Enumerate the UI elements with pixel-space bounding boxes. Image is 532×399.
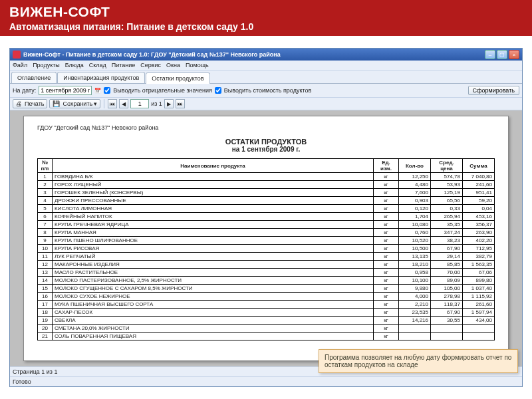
table-row: 15МОЛОКО СГУЩЕННОЕ С САХАРОМ 8,5% ЖИРНОС… bbox=[38, 285, 495, 293]
org-name: ГДОУ "Детский сад №137" Невского района bbox=[37, 124, 495, 131]
table-cell: 0,903 bbox=[399, 197, 431, 205]
tab[interactable]: Инвентаризация продуктов bbox=[57, 72, 145, 83]
table-cell: 10,520 bbox=[399, 237, 431, 245]
table-cell: 29,14 bbox=[431, 253, 463, 261]
table-cell: 4,480 bbox=[399, 181, 431, 189]
date-input[interactable] bbox=[39, 86, 92, 95]
nav-next-button[interactable]: ▶ bbox=[164, 99, 174, 108]
table-cell: 712,95 bbox=[463, 245, 495, 253]
table-cell: 0,120 bbox=[399, 205, 431, 213]
table-cell: 35,35 bbox=[431, 221, 463, 229]
table-cell: кг bbox=[374, 293, 399, 301]
column-header: Наименование продукта bbox=[53, 159, 374, 173]
table-cell bbox=[399, 332, 431, 340]
menu-item[interactable]: Окна bbox=[166, 62, 180, 68]
table-cell: 11 bbox=[38, 253, 53, 261]
table-cell: 2,210 bbox=[399, 301, 431, 309]
table-cell: 4,000 bbox=[399, 293, 431, 301]
table-cell: 65,56 bbox=[431, 197, 463, 205]
table-cell: СОЛЬ ПОВАРЕННАЯ ПИЩЕВАЯ bbox=[53, 332, 374, 340]
table-cell: кг bbox=[374, 269, 399, 277]
table-cell bbox=[463, 332, 495, 340]
table-cell: 67,90 bbox=[431, 245, 463, 253]
menu-item[interactable]: Файл bbox=[13, 62, 27, 68]
report-viewport[interactable]: ГДОУ "Детский сад №137" Невского района … bbox=[10, 110, 522, 366]
print-button[interactable]: Печать bbox=[13, 99, 47, 108]
table-row: 13МАСЛО РАСТИТЕЛЬНОЕкг0,95870,0067,06 bbox=[38, 269, 495, 277]
tab[interactable]: Остатки продуктов bbox=[146, 72, 209, 84]
table-cell: 7 bbox=[38, 221, 53, 229]
table-cell: кг bbox=[374, 221, 399, 229]
table-cell: ГОРОШЕК ЗЕЛЕНЫЙ (КОНСЕРВЫ) bbox=[53, 189, 374, 197]
table-cell: 125,19 bbox=[431, 189, 463, 197]
table-cell: кг bbox=[374, 261, 399, 269]
table-cell: 1 597,94 bbox=[463, 309, 495, 317]
calendar-icon[interactable] bbox=[94, 87, 101, 94]
table-cell: 278,98 bbox=[431, 293, 463, 301]
table-cell: 10,080 bbox=[399, 221, 431, 229]
close-button[interactable]: × bbox=[509, 50, 519, 59]
table-cell: кг bbox=[374, 301, 399, 309]
generate-button[interactable]: Сформировать bbox=[468, 86, 519, 95]
minimize-button[interactable]: – bbox=[485, 50, 495, 59]
table-row: 1ГОВЯДИНА Б/Ккг12,250574,787 040,80 bbox=[38, 173, 495, 181]
table-cell: 18 bbox=[38, 309, 53, 317]
table-cell: МОЛОКО СУХОЕ НЕЖИРНОЕ bbox=[53, 293, 374, 301]
menu-item[interactable]: Продукты bbox=[33, 62, 60, 68]
app-icon bbox=[13, 51, 21, 59]
save-button[interactable]: Сохранить ▾ bbox=[49, 99, 100, 108]
table-cell: кг bbox=[374, 189, 399, 197]
table-cell: 10,500 bbox=[399, 245, 431, 253]
page-input[interactable] bbox=[130, 99, 149, 108]
table-cell: 85,85 bbox=[431, 261, 463, 269]
table-cell: 4 bbox=[38, 197, 53, 205]
table-cell: 14,216 bbox=[399, 317, 431, 325]
table-cell: 7,600 bbox=[399, 189, 431, 197]
callout-box: Программа позволяет на любую дату формир… bbox=[319, 349, 518, 373]
menubar: ФайлПродуктыБлюдаСкладПитаниеСервисОкнаП… bbox=[10, 61, 522, 70]
nav-last-button[interactable]: ⏭ bbox=[176, 99, 185, 108]
table-cell: ДРОЖЖИ ПРЕССОВАННЫЕ bbox=[53, 197, 374, 205]
table-cell: МУКА ПШЕНИЧНАЯ ВЫСШЕГО СОРТА bbox=[53, 301, 374, 309]
menu-item[interactable]: Склад bbox=[89, 62, 106, 68]
table-cell: 12,250 bbox=[399, 173, 431, 181]
table-row: 4ДРОЖЖИ ПРЕССОВАННЫЕкг0,90365,5659,20 bbox=[38, 197, 495, 205]
brand-title: ВИЖЕН-СОФТ bbox=[9, 4, 523, 20]
table-cell: 13 bbox=[38, 269, 53, 277]
table-cell: МОЛОКО ПАСТЕРИЗОВАННОЕ, 2,5% ЖИРНОСТИ bbox=[53, 277, 374, 285]
table-cell: кг bbox=[374, 277, 399, 285]
negative-values-label: Выводить отрицательные значения bbox=[113, 87, 212, 94]
table-cell bbox=[463, 325, 495, 332]
table-cell: 18,210 bbox=[399, 261, 431, 269]
nav-prev-button[interactable]: ◀ bbox=[119, 99, 128, 108]
table-row: 19СВЕКЛАкг14,21630,55434,00 bbox=[38, 317, 495, 325]
table-cell: МОЛОКО СГУЩЕННОЕ С САХАРОМ 8,5% ЖИРНОСТИ bbox=[53, 285, 374, 293]
menu-item[interactable]: Помощь bbox=[186, 62, 209, 68]
table-cell: 1 bbox=[38, 173, 53, 181]
table-row: 20СМЕТАНА 20,0% ЖИРНОСТИкг bbox=[38, 325, 495, 332]
menu-item[interactable]: Блюда bbox=[65, 62, 84, 68]
table-cell: кг bbox=[374, 181, 399, 189]
nav-first-button[interactable]: ⏮ bbox=[108, 99, 117, 108]
table-cell: 951,41 bbox=[463, 189, 495, 197]
table-cell: 356,37 bbox=[463, 221, 495, 229]
menu-item[interactable]: Сервис bbox=[140, 62, 161, 68]
table-cell: 1 115,92 bbox=[463, 293, 495, 301]
report-title: ОСТАТКИ ПРОДУКТОВ bbox=[37, 138, 495, 146]
show-cost-label: Выводить стоимость продуктов bbox=[224, 87, 311, 94]
table-cell: 265,94 bbox=[431, 213, 463, 221]
table-cell: 347,24 bbox=[431, 229, 463, 237]
table-cell: кг bbox=[374, 173, 399, 181]
filter-toolbar: На дату: Выводить отрицательные значения… bbox=[10, 84, 522, 98]
negative-values-checkbox[interactable] bbox=[104, 87, 110, 94]
table-cell: кг bbox=[374, 285, 399, 293]
show-cost-checkbox[interactable] bbox=[215, 87, 221, 94]
table-cell: кг bbox=[374, 253, 399, 261]
table-cell: 67,06 bbox=[463, 269, 495, 277]
tab[interactable]: Оглавление bbox=[11, 72, 57, 83]
menu-item[interactable]: Питание bbox=[112, 62, 136, 68]
table-cell bbox=[431, 325, 463, 332]
maximize-button[interactable]: ▢ bbox=[497, 50, 507, 59]
table-cell: кг bbox=[374, 197, 399, 205]
column-header: Ед. изм. bbox=[374, 159, 399, 173]
